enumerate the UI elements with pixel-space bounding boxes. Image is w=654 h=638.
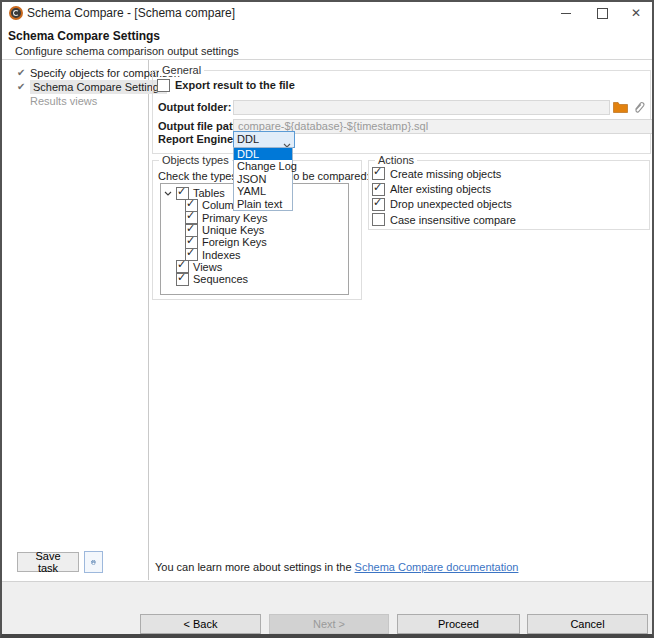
page-title: Schema Compare Settings <box>8 29 160 43</box>
window-title: Schema Compare - [Schema compare] <box>27 0 235 26</box>
folder-icon <box>613 101 628 113</box>
sidebar-item-label: Results views <box>30 95 97 107</box>
checkbox-icon <box>372 198 385 211</box>
learn-more-note: You can learn more about settings in the… <box>155 561 518 573</box>
export-result-label: Export result to the file <box>175 79 295 91</box>
page-subtitle: Configure schema comparison output setti… <box>15 45 239 57</box>
sidebar-item-specify-objects-for-comparison[interactable]: ✔Specify objects for comparison <box>17 66 145 80</box>
report-engine-option-change-log[interactable]: Change Log <box>234 160 292 172</box>
back-button[interactable]: < Back <box>140 614 261 634</box>
chevron-down-icon[interactable] <box>164 191 173 196</box>
report-engine-option-yaml[interactable]: YAML <box>234 185 292 197</box>
output-file-pattern-input: compare-${database}-${timestamp}.sql <box>233 119 653 134</box>
action-checkbox-case-insensitive-compare[interactable]: Case insensitive compare <box>372 212 516 227</box>
report-engine-label: Report Engine: <box>158 133 237 145</box>
browse-folder-button[interactable] <box>612 100 628 114</box>
app-icon <box>9 6 23 20</box>
report-engine-listbox: DDLChange LogJSONYAMLPlain text <box>233 147 293 211</box>
minimize-button[interactable] <box>551 1 581 25</box>
sidebar-item-label: Schema Compare Settings <box>30 80 167 94</box>
objects-types-legend: Objects types <box>159 154 232 166</box>
general-legend: General <box>159 64 204 76</box>
action-label: Create missing objects <box>390 168 501 180</box>
wizard-steps-list: ✔Specify objects for comparison✔Schema C… <box>17 66 145 108</box>
tree-item-label: Tables <box>193 187 225 199</box>
tree-item-label: Views <box>193 261 222 273</box>
cancel-button[interactable]: Cancel <box>527 614 648 634</box>
paperclip-icon <box>632 100 646 114</box>
maximize-button[interactable] <box>587 1 617 25</box>
report-engine-option-ddl[interactable]: DDL <box>234 148 292 160</box>
action-label: Drop unexpected objects <box>390 198 512 210</box>
save-task-button[interactable]: Save task <box>17 552 79 572</box>
checkbox-icon <box>372 167 385 180</box>
documentation-link[interactable]: Schema Compare documentation <box>355 561 519 573</box>
checkbox-icon <box>185 248 198 261</box>
learn-more-text: You can learn more about settings in the <box>155 561 355 573</box>
tree-item-label: Sequences <box>193 273 248 285</box>
button-bar: < Back Next > Proceed Cancel <box>0 581 654 638</box>
proceed-button[interactable]: Proceed <box>397 614 520 634</box>
tree-item-views[interactable]: Views <box>161 261 348 273</box>
tree-item-label: Unique Keys <box>202 224 264 236</box>
actions-legend: Actions <box>375 154 417 166</box>
close-icon: ✕ <box>631 7 641 19</box>
tree-item-label: Indexes <box>202 249 241 261</box>
checkbox-icon <box>157 79 170 92</box>
actions-list: Create missing objectsAlter existing obj… <box>372 166 516 228</box>
header-divider <box>0 59 654 60</box>
report-engine-option-json[interactable]: JSON <box>234 173 292 185</box>
report-engine-option-plain-text[interactable]: Plain text <box>234 198 292 210</box>
print-button[interactable] <box>84 551 103 573</box>
tree-item-indexes[interactable]: Indexes <box>161 248 348 260</box>
checkbox-icon <box>176 273 189 286</box>
close-button[interactable]: ✕ <box>621 1 651 25</box>
insert-variable-button[interactable] <box>631 99 647 115</box>
sidebar-item-results-views[interactable]: Results views <box>17 94 145 108</box>
step-check-icon: ✔ <box>17 66 30 80</box>
output-folder-input <box>233 100 610 115</box>
title-bar: Schema Compare - [Schema compare] ✕ <box>0 0 654 26</box>
printer-icon <box>91 556 96 569</box>
checkbox-icon <box>372 183 385 196</box>
action-checkbox-alter-existing-objects[interactable]: Alter existing objects <box>372 181 516 196</box>
tree-item-sequences[interactable]: Sequences <box>161 273 348 285</box>
report-engine-combobox[interactable]: DDL <box>233 131 295 148</box>
tree-item-label: Foreign Keys <box>202 236 267 248</box>
report-engine-selected-value: DDL <box>237 133 259 145</box>
sidebar-item-schema-compare-settings[interactable]: ✔Schema Compare Settings <box>17 80 145 94</box>
next-button: Next > <box>269 614 389 634</box>
maximize-icon <box>597 8 608 19</box>
step-check-icon: ✔ <box>17 80 30 94</box>
output-folder-label: Output folder: <box>158 101 231 113</box>
tree-item-label: Primary Keys <box>202 212 267 224</box>
checkbox-icon <box>372 213 385 226</box>
action-label: Case insensitive compare <box>390 214 516 226</box>
minimize-icon <box>561 13 571 14</box>
action-checkbox-drop-unexpected-objects[interactable]: Drop unexpected objects <box>372 197 516 212</box>
export-result-checkbox[interactable]: Export result to the file <box>157 78 295 92</box>
action-label: Alter existing objects <box>390 183 491 195</box>
sidebar-divider <box>148 60 149 580</box>
action-checkbox-create-missing-objects[interactable]: Create missing objects <box>372 166 516 181</box>
